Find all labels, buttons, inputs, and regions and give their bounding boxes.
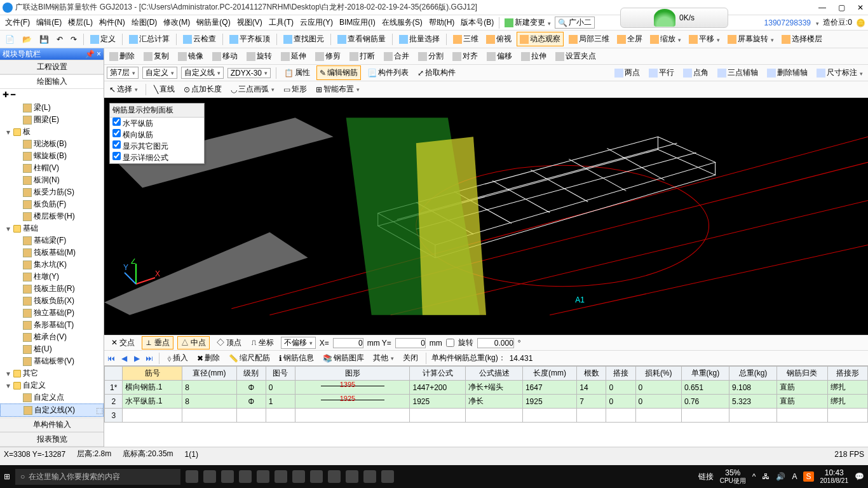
table-row[interactable]: 1*横向钢筋.18Φ0 13951447+200净长+端头164714000.6…	[105, 381, 868, 395]
tree-node[interactable]: 板受力筋(S)	[0, 186, 104, 198]
aux-button[interactable]: 点角	[681, 66, 711, 79]
tree-node[interactable]: 独立基础(P)	[0, 307, 104, 319]
table-header[interactable]: 损耗(%)	[635, 367, 681, 381]
pick-component-button[interactable]: ⤢拾取构件	[415, 66, 458, 79]
nav-section-report[interactable]: 报表预览	[0, 432, 104, 447]
smart-layout-tool[interactable]: ⊞智能布置	[313, 83, 362, 96]
task-icon[interactable]	[257, 470, 269, 483]
rebar-display-option[interactable]: 显示详细公式	[110, 152, 204, 163]
table-header[interactable]: 总重(kg)	[729, 367, 776, 381]
start-button[interactable]: ⊞	[4, 472, 10, 481]
tree-node[interactable]: ▾自定义	[0, 379, 104, 391]
table-header[interactable]: 搭接形	[827, 367, 867, 381]
table-header[interactable]: 筋号	[123, 367, 182, 381]
view-button[interactable]: 俯视	[484, 32, 514, 46]
tree-node[interactable]: 桩(U)	[0, 343, 104, 355]
nav-first[interactable]: ⏮	[107, 354, 116, 363]
tree-node[interactable]: 梁(L)	[0, 102, 104, 114]
undo-icon[interactable]: ↶	[54, 34, 65, 45]
nav-next[interactable]: ▶	[132, 354, 141, 363]
rotate-check[interactable]	[446, 339, 454, 347]
task-icon[interactable]	[310, 470, 323, 483]
nav-last[interactable]: ⏭	[145, 354, 154, 363]
other-menu[interactable]: 其他	[370, 351, 397, 365]
tree-node[interactable]: 自定义点	[0, 391, 104, 403]
edit-button[interactable]: 移动	[210, 50, 240, 63]
menu-item[interactable]: 钢筋量(Q)	[194, 16, 233, 29]
menu-item[interactable]: 帮助(H)	[426, 16, 458, 29]
edit-button[interactable]: 旋转	[244, 50, 275, 63]
tray-sogou-icon[interactable]: S	[803, 471, 813, 482]
edit-button[interactable]: 删除	[107, 50, 137, 63]
view-button[interactable]: 全屏	[614, 32, 645, 46]
aux-button[interactable]: 尺寸标注	[814, 66, 865, 79]
view-button[interactable]: 选择楼层	[779, 32, 825, 46]
viewport-3d[interactable]: A1 XZY 钢筋显示控制面板 水平纵筋 横向纵筋 显示其它图元 显示详细公式	[104, 98, 868, 335]
aux-button[interactable]: 平行	[646, 66, 677, 79]
task-icon[interactable]	[221, 470, 234, 483]
tree-node[interactable]: ▾板	[0, 126, 104, 138]
edit-button[interactable]: 镜像	[175, 50, 206, 63]
edit-button[interactable]: 对齐	[450, 50, 480, 63]
tree-node[interactable]: ▾其它	[0, 367, 104, 379]
cat-select[interactable]: 自定义	[142, 67, 177, 79]
task-icon[interactable]	[381, 470, 394, 483]
type-select[interactable]: 自定义线	[181, 67, 224, 79]
tree-node[interactable]: ▾基础	[0, 222, 104, 234]
edit-button[interactable]: 偏移	[484, 50, 515, 63]
snap-x-input[interactable]	[333, 338, 363, 348]
task-icon[interactable]	[346, 470, 358, 483]
open-file-icon[interactable]: 📂	[20, 34, 34, 45]
new-file-icon[interactable]: 📄	[3, 34, 17, 45]
toolbar-button[interactable]: 汇总计算	[126, 32, 172, 46]
menu-item[interactable]: 绘图(D)	[129, 16, 160, 29]
tree-node[interactable]: 圈梁(E)	[0, 114, 104, 126]
view-button[interactable]: 动态观察	[517, 32, 564, 46]
select-tool[interactable]: ↖选择	[107, 83, 140, 96]
view-button[interactable]: 平移	[686, 32, 722, 46]
tree-node[interactable]: 自定义线(X)⬚	[0, 403, 104, 417]
toolbar-button[interactable]: 批量选择	[397, 32, 442, 46]
tree-node[interactable]: 现浇板(B)	[0, 138, 104, 150]
line-tool[interactable]: ╲直线	[151, 83, 177, 96]
table-header[interactable]: 图号	[266, 367, 295, 381]
table-header[interactable]	[105, 367, 123, 381]
tree-node[interactable]: 基础梁(F)	[0, 234, 104, 247]
menu-item[interactable]: 版本号(B)	[458, 16, 496, 29]
toolbar-button[interactable]: 平齐板顶	[227, 32, 273, 46]
view-button[interactable]: 屏幕旋转	[725, 32, 776, 46]
snap-top[interactable]: ◇ 顶点	[214, 337, 245, 349]
table-header[interactable]: 搭接	[606, 367, 635, 381]
tree-node[interactable]: 条形基础(T)	[0, 319, 104, 331]
rebar-info[interactable]: ℹ钢筋信息	[276, 351, 316, 365]
menu-item[interactable]: 云应用(Y)	[297, 16, 336, 29]
rebar-display-panel[interactable]: 钢筋显示控制面板 水平纵筋 横向纵筋 显示其它图元 显示详细公式	[109, 103, 205, 164]
menu-item[interactable]: 文件(F)	[3, 16, 32, 29]
aux-button[interactable]: 三点辅轴	[715, 66, 761, 79]
edit-button[interactable]: 修剪	[313, 50, 343, 63]
nav-section-single[interactable]: 单构件输入	[0, 417, 104, 432]
toolbar-button[interactable]: 查找图元	[281, 32, 327, 46]
table-header[interactable]: 直径(mm)	[182, 367, 236, 381]
rebar-table[interactable]: 筋号直径(mm)级别图号图形计算公式公式描述长度(mm)根数搭接损耗(%)单重(…	[104, 365, 868, 447]
nav-section-settings[interactable]: 工程设置	[0, 60, 104, 74]
maximize-button[interactable]: ▢	[836, 3, 846, 13]
taskbar-search[interactable]: ○ 在这里输入你要搜索的内容	[15, 469, 180, 485]
edit-button[interactable]: 打断	[347, 50, 377, 63]
tray-ime-icon[interactable]: A	[792, 472, 797, 481]
table-header[interactable]: 根数	[577, 367, 606, 381]
tray-up-icon[interactable]: ^	[752, 472, 756, 481]
snap-mid[interactable]: △ 中点	[177, 336, 210, 349]
tree-node[interactable]: 柱帽(V)	[0, 162, 104, 174]
tree-node[interactable]: 柱墩(Y)	[0, 271, 104, 283]
menu-item[interactable]: 构件(N)	[97, 16, 128, 29]
aux-button[interactable]: 两点	[612, 66, 642, 79]
redo-icon[interactable]: ↷	[68, 34, 79, 45]
task-icon[interactable]	[363, 470, 376, 483]
view-button[interactable]: 缩放	[648, 32, 684, 46]
rebar-display-option[interactable]: 显示其它图元	[110, 140, 204, 152]
table-header[interactable]: 单重(kg)	[681, 367, 729, 381]
minimize-button[interactable]: ―	[817, 3, 827, 13]
component-tree[interactable]: 梁(L)圈梁(E)▾板现浇板(B)螺旋板(B)柱帽(V)板洞(N)板受力筋(S)…	[0, 100, 104, 417]
delete-row[interactable]: ✖删除	[194, 351, 222, 365]
